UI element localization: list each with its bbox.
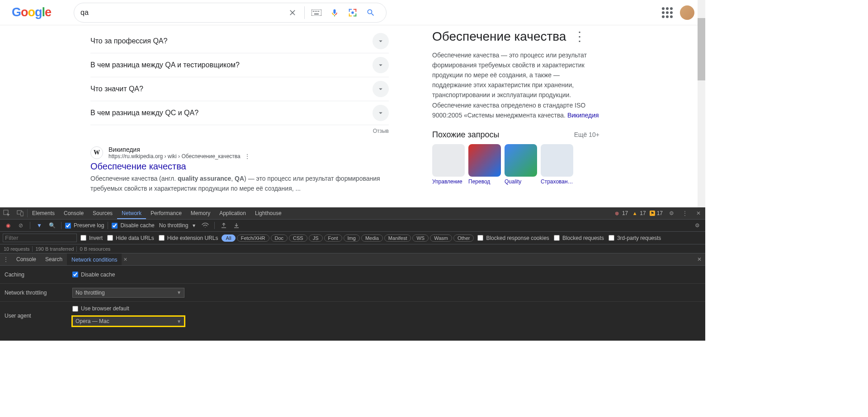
page-scrollbar[interactable] [698, 0, 705, 207]
related-thumb[interactable]: Страхование [541, 144, 573, 185]
filter-chip[interactable]: Wasm [430, 234, 452, 242]
related-thumb[interactable]: Перевод [468, 144, 501, 185]
devtools-tab-bar: ElementsConsoleSourcesNetworkPerformance… [0, 207, 705, 220]
search-icon[interactable] [362, 8, 380, 17]
throttling-select[interactable]: No throttling ▾ [156, 222, 198, 229]
filter-chip[interactable]: Font [324, 234, 342, 242]
search-result: W Википедия https://ru.wikipedia.org › w… [90, 146, 389, 193]
nc-throttling-select[interactable]: No throttling▼ [72, 288, 184, 298]
filter-toggle-icon[interactable]: ▼ [34, 220, 45, 231]
network-settings-icon[interactable]: ⚙ [692, 220, 703, 231]
svg-rect-0 [311, 9, 321, 16]
filter-chip[interactable]: Media [361, 234, 383, 242]
nc-browser-default-checkbox[interactable]: Use browser default [72, 305, 129, 312]
result-menu-icon[interactable]: ⋮ [242, 153, 253, 159]
kp-menu-icon[interactable]: ⋮ [571, 29, 589, 44]
drawer-tab[interactable]: Search [41, 253, 67, 265]
related-thumb[interactable]: Quality [505, 144, 537, 185]
google-logo[interactable]: Google [12, 5, 51, 19]
avatar[interactable] [680, 5, 694, 20]
svg-rect-17 [21, 212, 23, 216]
filter-input[interactable] [3, 234, 77, 242]
close-drawer-icon[interactable]: ✕ [693, 253, 705, 265]
filter-checkbox[interactable]: Blocked requests [554, 235, 604, 241]
lens-icon[interactable] [344, 8, 362, 18]
apps-icon[interactable] [662, 7, 673, 18]
paa-question[interactable]: В чем разница между QA и тестировщиком? [90, 53, 389, 77]
google-page: Google Что за профессия QA?В чем разница… [0, 0, 705, 207]
errors-count[interactable]: ⊗17 [612, 207, 630, 219]
settings-icon[interactable]: ⚙ [665, 207, 678, 219]
paa-feedback-link[interactable]: Отзыв [373, 128, 389, 134]
preserve-log-checkbox[interactable]: Preserve log [65, 222, 104, 229]
wifi-icon[interactable] [200, 220, 211, 231]
paa-question[interactable]: Что значит QA? [90, 77, 389, 101]
filter-chip[interactable]: All [222, 234, 235, 242]
kp-related-heading: Похожие запросы [432, 130, 499, 140]
search-bar[interactable] [74, 3, 387, 23]
inspect-icon[interactable] [0, 207, 14, 219]
svg-rect-1 [313, 11, 314, 12]
filter-chip[interactable]: WS [412, 234, 429, 242]
google-header: Google [0, 0, 705, 25]
filter-checkbox[interactable]: 3rd-party requests [609, 235, 661, 241]
filter-chip[interactable]: Img [344, 234, 360, 242]
kp-more-link[interactable]: Ещё 10+ [574, 131, 599, 138]
network-filter-bar: InvertHide data URLsHide extension URLs … [0, 232, 705, 244]
devtools-tab-performance[interactable]: Performance [146, 207, 186, 219]
filter-checkbox[interactable]: Hide data URLs [107, 235, 154, 241]
disable-cache-checkbox[interactable]: Disable cache [112, 222, 154, 229]
filter-checkbox[interactable]: Invert [80, 235, 103, 241]
network-toolbar: ◉ ⊘ ▼ 🔍 Preserve log Disable cache No th… [0, 220, 705, 232]
filter-chip[interactable]: CSS [289, 234, 307, 242]
more-menu-icon[interactable]: ⋮ [678, 207, 692, 219]
download-har-icon[interactable] [231, 220, 242, 231]
nc-user-agent-select[interactable]: Opera — Mac▼ [72, 316, 184, 326]
clear-icon[interactable] [283, 8, 302, 17]
devtools-tab-lighthouse[interactable]: Lighthouse [250, 207, 286, 219]
svg-point-14 [351, 11, 354, 14]
kp-source-link[interactable]: Википедия [567, 112, 599, 119]
clear-icon[interactable]: ⊘ [15, 220, 26, 231]
related-thumb-label: Управление [432, 178, 465, 185]
filter-chip[interactable]: Doc [271, 234, 288, 242]
filter-checkbox[interactable]: Blocked response cookies [477, 235, 549, 241]
filter-chip[interactable]: Fetch/XHR [237, 234, 269, 242]
related-thumb[interactable]: Управление [432, 144, 465, 185]
network-conditions-panel: Caching Disable cache Network throttling… [0, 266, 705, 341]
nc-disable-cache-checkbox[interactable]: Disable cache [72, 272, 115, 278]
devtools-tab-sources[interactable]: Sources [88, 207, 117, 219]
knowledge-panel: Обеспечение качества⋮ Обеспечение качест… [432, 29, 599, 207]
devtools-tab-memory[interactable]: Memory [186, 207, 215, 219]
mic-icon[interactable] [326, 8, 344, 17]
search-input[interactable] [80, 9, 283, 17]
status-text: 10 requests [4, 246, 29, 252]
paa-question[interactable]: Что за профессия QA? [90, 29, 389, 53]
issues-count[interactable]: ⚑17 [648, 207, 665, 219]
devtools-tab-elements[interactable]: Elements [28, 207, 59, 219]
results-column: Что за профессия QA?В чем разница между … [90, 29, 389, 207]
devtools-tab-application[interactable]: Application [215, 207, 250, 219]
drawer-menu-icon[interactable]: ⋮ [0, 253, 12, 265]
filter-chip[interactable]: Other [453, 234, 474, 242]
warnings-count[interactable]: ▲17 [630, 207, 647, 219]
close-devtools-icon[interactable]: ✕ [692, 207, 705, 219]
drawer-tab[interactable]: Console [12, 253, 41, 265]
filter-checkbox[interactable]: Hide extension URLs [159, 235, 218, 241]
kp-title: Обеспечение качества [432, 29, 566, 44]
search-network-icon[interactable]: 🔍 [47, 220, 57, 231]
result-title-link[interactable]: Обеспечение качества [90, 161, 389, 172]
devtools-tab-console[interactable]: Console [59, 207, 88, 219]
device-toggle-icon[interactable] [14, 207, 27, 219]
filter-chip[interactable]: Manifest [384, 234, 411, 242]
paa-question[interactable]: В чем разница между QC и QA? [90, 101, 389, 125]
keyboard-icon[interactable] [307, 9, 326, 16]
result-site-name: Википедия [108, 146, 253, 153]
devtools-tab-network[interactable]: Network [117, 207, 146, 219]
close-drawer-tab-icon[interactable]: × [122, 253, 129, 265]
upload-har-icon[interactable] [218, 220, 229, 231]
record-icon[interactable]: ◉ [3, 220, 14, 231]
drawer-tab[interactable]: Network conditions [67, 253, 122, 265]
result-url: https://ru.wikipedia.org › wiki › Обеспе… [108, 153, 241, 159]
filter-chip[interactable]: JS [309, 234, 323, 242]
